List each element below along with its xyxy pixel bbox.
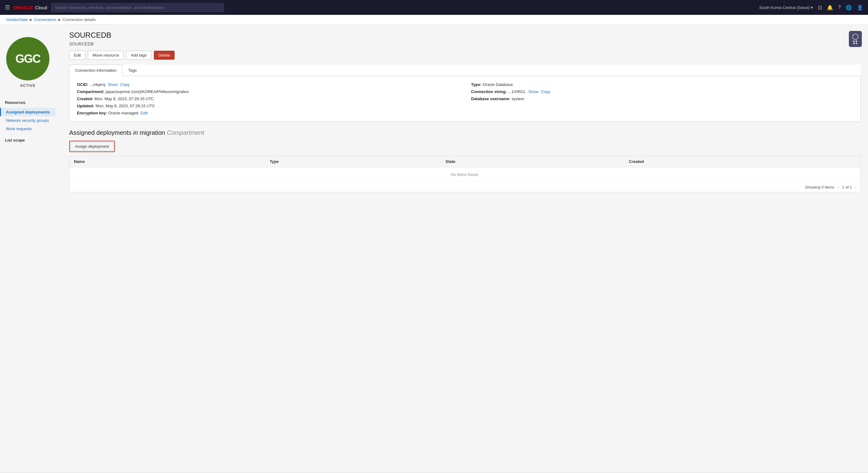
help-dot-1	[853, 40, 855, 42]
delete-button[interactable]: Delete	[154, 51, 175, 60]
breadcrumb-goldengate-link[interactable]: GoldenGate	[6, 17, 28, 22]
db-username-value: system	[512, 96, 524, 101]
ocid-row: OCID: ...z4qerq Show Copy	[77, 82, 459, 87]
updated-value: Mon, May 8, 2023, 07:29:15 UTC	[95, 104, 155, 108]
help-icon[interactable]: ?	[838, 5, 841, 10]
breadcrumb-current-page: Connection details	[63, 17, 96, 22]
assigned-deployments-heading-compartment: Compartment	[167, 129, 204, 136]
pagination-info: 1 of 1	[842, 185, 852, 189]
compartment-label: Compartment:	[77, 89, 104, 94]
assigned-deployments-heading-in: in	[133, 129, 140, 136]
page-subtitle: SOURCEDB	[69, 41, 861, 47]
col-state: State	[441, 156, 624, 167]
ocid-show-link[interactable]: Show	[107, 82, 118, 87]
encryption-key-edit-link[interactable]: Edit	[141, 111, 147, 115]
assigned-deployments-heading-main: Assigned deployments	[69, 129, 131, 136]
content-area: SOURCEDB SOURCEDB Edit Move resource Add…	[62, 25, 868, 472]
help-dots-icon	[853, 40, 858, 44]
no-items-text: No items found.	[69, 167, 861, 182]
oracle-brand-text: ORACLE	[13, 5, 33, 10]
connection-string-show-link[interactable]: Show	[528, 89, 538, 94]
encryption-key-label: Encryption key:	[77, 111, 107, 115]
top-nav-right: South Korea Central (Seoul) ▾ ⊡ 🔔 ? 🌐 👤	[759, 5, 863, 10]
breadcrumb-separator-2: ►	[58, 17, 62, 22]
updated-label: Updated:	[77, 104, 94, 108]
table-row-no-items: No items found.	[69, 167, 861, 182]
connection-info-left-column: OCID: ...z4qerq Show Copy Compartment: j…	[77, 82, 459, 115]
hamburger-menu-icon[interactable]: ☰	[5, 4, 10, 11]
compartment-value: japacisvprime (root)/KOREA/Phillsoo/migr…	[106, 89, 189, 94]
help-dot-4	[856, 43, 857, 44]
tab-tags[interactable]: Tags	[122, 65, 143, 76]
connection-info-panel: OCID: ...z4qerq Show Copy Compartment: j…	[69, 76, 861, 122]
created-value: Mon, May 8, 2023, 07:29:15 UTC	[95, 96, 154, 101]
resources-sidebar: Resources Assigned deployments Network s…	[0, 94, 56, 151]
assigned-deployments-title: Assigned deployments in migration Compar…	[69, 129, 861, 136]
created-row: Created: Mon, May 8, 2023, 07:29:15 UTC	[77, 96, 459, 101]
deployments-table-body: No items found.	[69, 167, 861, 182]
notifications-bell-icon[interactable]: 🔔	[827, 5, 833, 10]
deployments-table-header: Name Type State Created	[69, 156, 861, 167]
action-buttons: Edit Move resource Add tags Delete	[69, 51, 861, 60]
main-container: GGC ACTIVE Resources Assigned deployment…	[0, 25, 868, 472]
globe-icon[interactable]: 🌐	[846, 5, 852, 10]
edit-button[interactable]: Edit	[69, 51, 85, 60]
move-resource-button[interactable]: Move resource	[88, 51, 124, 60]
showing-items-text: Showing 0 items	[805, 185, 834, 189]
breadcrumb: GoldenGate ► Connections ► Connection de…	[0, 15, 868, 25]
db-username-row: Database username: system	[471, 96, 853, 101]
ocid-label: OCID:	[77, 82, 88, 87]
oracle-logo: ORACLE Cloud	[13, 5, 47, 10]
assign-deployment-button[interactable]: Assign deployment	[70, 142, 114, 151]
created-label: Created:	[77, 96, 93, 101]
connection-string-copy-link[interactable]: Copy	[541, 89, 550, 94]
region-label: South Korea Central (Seoul)	[759, 5, 810, 10]
sidebar-item-network-security-groups[interactable]: Network security groups	[0, 116, 56, 125]
pagination-next-button[interactable]: ›	[855, 184, 857, 189]
encryption-key-value: Oracle-managed	[108, 111, 138, 115]
type-label: Type:	[471, 82, 482, 87]
connection-string-value: ...1/ORCL	[508, 89, 526, 94]
col-created: Created	[624, 156, 860, 167]
updated-row: Updated: Mon, May 8, 2023, 07:29:15 UTC	[77, 104, 459, 108]
chevron-down-icon: ▾	[811, 5, 813, 10]
sidebar-item-assigned-deployments[interactable]: Assigned deployments	[0, 108, 56, 116]
add-tags-button[interactable]: Add tags	[126, 51, 151, 60]
search-input[interactable]	[51, 3, 224, 12]
resources-sidebar-title: Resources	[0, 100, 56, 108]
left-panel: GGC ACTIVE	[0, 31, 56, 94]
page-title: SOURCEDB	[69, 31, 861, 39]
assigned-deployments-heading-sub: migration	[140, 129, 165, 136]
cloud-shell-icon[interactable]: ⊡	[818, 5, 822, 10]
region-selector[interactable]: South Korea Central (Seoul) ▾	[759, 5, 813, 10]
tab-connection-information[interactable]: Connection information	[69, 65, 122, 76]
col-name: Name	[69, 156, 266, 167]
list-scope-title: List scope	[0, 133, 56, 144]
encryption-key-row: Encryption key: Oracle-managed Edit	[77, 111, 459, 115]
compartment-row: Compartment: japacisvprime (root)/KOREA/…	[77, 89, 459, 94]
deployments-table: Name Type State Created No items found.	[69, 156, 861, 182]
connection-string-row: Connection string: ...1/ORCL Show Copy	[471, 89, 853, 94]
help-dot-3	[853, 43, 855, 44]
ocid-copy-link[interactable]: Copy	[120, 82, 129, 87]
connection-info-grid: OCID: ...z4qerq Show Copy Compartment: j…	[77, 82, 853, 115]
sidebar-item-work-requests[interactable]: Work requests	[0, 125, 56, 133]
table-footer: Showing 0 items ‹ 1 of 1 ›	[69, 182, 861, 192]
assign-deployment-button-wrapper: Assign deployment	[69, 141, 115, 152]
help-circle-icon	[852, 34, 859, 40]
user-profile-icon[interactable]: 👤	[857, 5, 863, 10]
top-navigation: ☰ ORACLE Cloud South Korea Central (Seou…	[0, 0, 868, 15]
status-badge: ACTIVE	[20, 84, 35, 88]
ocid-value: ...z4qerq	[90, 82, 105, 87]
connection-string-label: Connection string:	[471, 89, 507, 94]
avatar: GGC	[6, 37, 50, 80]
help-widget[interactable]	[849, 31, 862, 47]
connection-info-right-column: Type: Oracle Database Connection string:…	[471, 82, 853, 115]
type-value: Oracle Database	[483, 82, 513, 87]
db-username-label: Database username:	[471, 96, 510, 101]
type-row: Type: Oracle Database	[471, 82, 853, 87]
breadcrumb-connections-link[interactable]: Connections	[34, 17, 56, 22]
col-type: Type	[266, 156, 441, 167]
pagination-prev-button[interactable]: ‹	[837, 184, 839, 189]
tabs-container: Connection information Tags	[69, 65, 861, 76]
